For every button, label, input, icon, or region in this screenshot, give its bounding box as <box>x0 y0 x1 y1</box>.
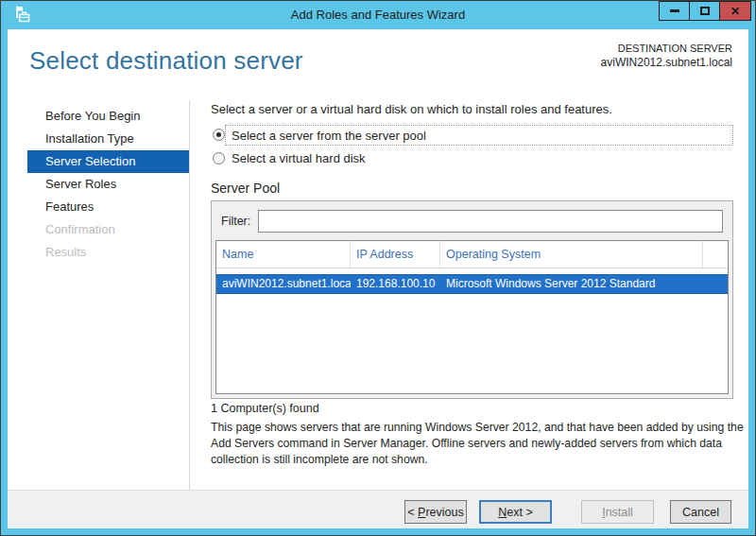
sidebar-item-installation-type[interactable]: Installation Type <box>27 128 189 150</box>
filter-label: Filter: <box>221 215 250 228</box>
computers-found-count: 1 Computer(s) found <box>211 402 319 415</box>
description-line-3: collection is still incomplete are not s… <box>211 452 744 468</box>
wizard-content: Select destination server DESTINATION SE… <box>8 29 748 527</box>
description-line-2: Add Servers command in Server Manager. O… <box>211 436 744 452</box>
wizard-steps-sidebar: Before You Begin Installation Type Serve… <box>27 105 189 264</box>
radio-select-server-pool[interactable]: Select a server from the server pool <box>211 125 733 146</box>
minimize-button[interactable] <box>659 1 690 21</box>
maximize-button[interactable] <box>689 1 720 21</box>
wizard-window: Add Roles and Features Wizard ✕ Select d… <box>0 0 756 536</box>
sidebar-item-results: Results <box>27 241 189 264</box>
window-title: Add Roles and Features Wizard <box>1 1 755 29</box>
page-title: Select destination server <box>29 46 303 76</box>
filter-input[interactable] <box>258 210 723 233</box>
window-controls: ✕ <box>660 1 751 21</box>
destination-server-value: aviWIN2012.subnet1.local <box>601 56 732 70</box>
column-header-ip-address[interactable]: IP Address <box>351 241 440 268</box>
radio-vhd-label: Select a virtual hard disk <box>232 148 366 169</box>
server-pool-box: Filter: Name IP Address Operating System… <box>211 200 733 399</box>
destination-server-label: DESTINATION SERVER <box>601 42 732 56</box>
server-pool-table: Name IP Address Operating System aviWIN2… <box>215 240 729 394</box>
radio-select-vhd[interactable]: Select a virtual hard disk <box>211 148 733 169</box>
radio-button-icon[interactable] <box>213 129 225 141</box>
sidebar-item-before-you-begin[interactable]: Before You Begin <box>27 105 189 128</box>
sidebar-item-confirmation: Confirmation <box>27 218 189 241</box>
cell-server-ip: 192.168.100.10 <box>351 275 440 293</box>
close-icon: ✕ <box>730 5 740 18</box>
column-header-name[interactable]: Name <box>216 241 351 268</box>
install-button: Install <box>581 500 654 524</box>
previous-button[interactable]: < Previous <box>404 500 467 524</box>
cell-empty <box>703 275 728 293</box>
next-button[interactable]: Next > <box>479 500 552 524</box>
cancel-button[interactable]: Cancel <box>670 500 731 524</box>
radio-button-icon[interactable] <box>213 152 225 164</box>
description-line-1: This page shows servers that are running… <box>211 420 744 436</box>
cell-server-os: Microsoft Windows Server 2012 Standard <box>440 275 703 293</box>
destination-server-block: DESTINATION SERVER aviWIN2012.subnet1.lo… <box>601 42 732 70</box>
sidebar-item-server-selection[interactable]: Server Selection <box>27 150 189 173</box>
table-row-server[interactable]: aviWIN2012.subnet1.local 192.168.100.10 … <box>216 274 728 294</box>
sidebar-divider <box>189 100 190 490</box>
column-header-operating-system[interactable]: Operating System <box>440 241 703 268</box>
cell-server-name: aviWIN2012.subnet1.local <box>216 275 351 293</box>
sidebar-item-features[interactable]: Features <box>27 196 189 218</box>
radio-server-pool-label: Select a server from the server pool <box>232 126 426 147</box>
focus-rectangle: Select a server from the server pool <box>225 125 733 146</box>
page-description: This page shows servers that are running… <box>211 420 744 468</box>
footer-button-bar: < Previous Next > Install Cancel <box>8 490 748 528</box>
column-header-empty <box>703 241 728 268</box>
maximize-icon <box>700 7 710 15</box>
server-pool-title: Server Pool <box>211 181 280 196</box>
titlebar: Add Roles and Features Wizard ✕ <box>1 1 755 29</box>
sidebar-item-server-roles[interactable]: Server Roles <box>27 173 189 196</box>
close-button[interactable]: ✕ <box>719 1 751 21</box>
table-header-row: Name IP Address Operating System <box>216 241 728 268</box>
minimize-icon <box>670 9 679 12</box>
instruction-text: Select a server or a virtual hard disk o… <box>211 102 612 116</box>
